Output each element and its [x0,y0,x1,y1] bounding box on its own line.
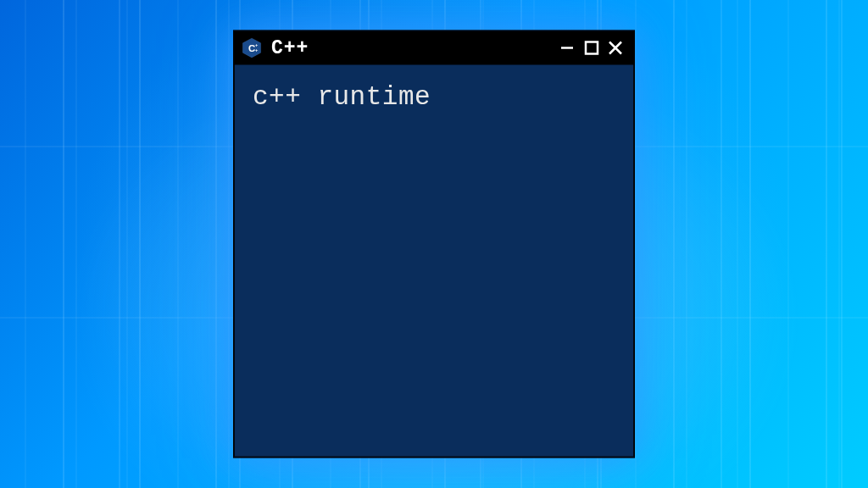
minimize-button[interactable] [558,38,578,58]
window-controls [558,38,626,58]
titlebar-left: C + + C++ [241,37,309,59]
maximize-button[interactable] [581,38,602,58]
svg-rect-5 [586,42,598,54]
svg-text:C: C [248,43,255,53]
console-output: c++ runtime [253,82,615,112]
console-body[interactable]: c++ runtime [234,65,634,458]
close-button[interactable] [605,38,626,58]
console-window: C + + C++ [233,30,635,458]
window-title: C++ [271,37,309,59]
cpp-icon: C + + [241,37,263,59]
titlebar[interactable]: C + + C++ [234,31,634,65]
